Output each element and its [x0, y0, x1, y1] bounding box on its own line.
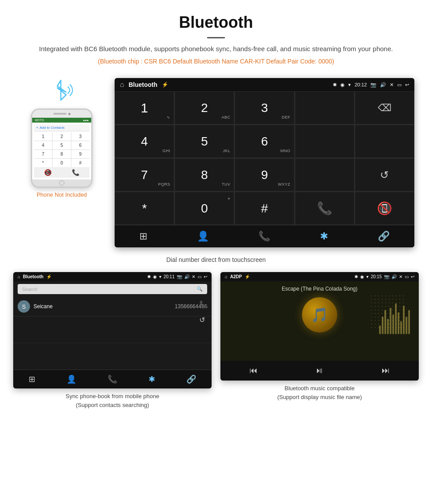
phone-mockup: MOTO ●●● +Add to Contacts 1 2 3 4 5 6 7 …: [31, 108, 93, 188]
phone-key-5: 5: [52, 141, 71, 149]
pb-nav-phone-icon[interactable]: 📞: [108, 374, 117, 384]
music-rect-icon: ▭: [405, 274, 409, 279]
phone-dialpad: 1 2 3 4 5 6 7 8 9 * 0 #: [34, 132, 89, 167]
dial-key-1[interactable]: 1∿: [115, 91, 174, 124]
pb-contact-name: Seicane: [34, 303, 175, 310]
pb-call-icon[interactable]: 📞: [199, 300, 208, 309]
screen-status-bar: ⌂ Bluetooth ⚡ ✱ ◉ ▾ 20:12 📷 🔊 ✕ ▭ ↩: [115, 78, 414, 91]
dial-empty-4: [295, 158, 354, 191]
music-next-icon[interactable]: ⏭: [382, 366, 390, 375]
music-loc-icon: ◉: [360, 274, 364, 279]
dial-key-7[interactable]: 7PQRS: [115, 158, 174, 191]
dial-key-0[interactable]: 0+: [175, 192, 234, 225]
camera-icon: 📷: [370, 82, 376, 88]
page-header: Bluetooth Integrated with BC6 Bluetooth …: [0, 0, 432, 69]
phone-key-7: 7: [34, 150, 52, 158]
pb-cam-icon: 📷: [177, 274, 182, 279]
pb-loc-icon: ◉: [153, 274, 157, 279]
page-title: Bluetooth: [9, 13, 423, 32]
music-panel: ⌂ A2DP ⚡ ✱ ◉ ▾ 20:15 📷 🔊 ✕ ▭ ↩: [220, 272, 419, 409]
redial-button[interactable]: ↺: [355, 158, 414, 191]
phone-status-bar: MOTO ●●●: [32, 118, 91, 123]
dial-key-star[interactable]: *: [115, 192, 174, 225]
eq-bar-11: [406, 317, 407, 334]
screen-time: 20:12: [354, 82, 367, 87]
phone-key-star: *: [34, 159, 52, 167]
pb-status-left: ⌂ Bluetooth ⚡: [18, 274, 52, 279]
pb-contact-avatar: S: [18, 300, 30, 313]
phone-key-8: 8: [52, 150, 71, 158]
dial-empty-2: [295, 125, 354, 158]
dial-key-2[interactable]: 2ABC: [175, 91, 234, 124]
screen-bt-title: Bluetooth: [129, 81, 157, 88]
phone-hangup-btn: 📵: [44, 169, 52, 176]
pb-search-icon: 🔍: [197, 286, 203, 292]
pb-title: Bluetooth: [23, 274, 44, 279]
redial-icon: ↺: [380, 169, 389, 181]
call-button[interactable]: 📞: [295, 192, 354, 225]
dial-key-hash[interactable]: #: [235, 192, 294, 225]
phonebook-panel: ⌂ Bluetooth ⚡ ✱ ◉ ▾ 20:11 📷 🔊 ✕ ▭ ↩: [13, 272, 212, 409]
dial-key-5[interactable]: 5JKL: [175, 125, 234, 158]
pb-nav-link-icon[interactable]: 🔗: [186, 374, 196, 384]
pb-search-box[interactable]: Search 🔍: [18, 284, 207, 294]
backspace-button[interactable]: ⌫: [355, 91, 414, 124]
music-screen: ⌂ A2DP ⚡ ✱ ◉ ▾ 20:15 📷 🔊 ✕ ▭ ↩: [220, 272, 419, 381]
home-icon: ⌂: [120, 81, 124, 89]
phone-camera: [68, 113, 71, 115]
dial-key-3[interactable]: 3DEF: [235, 91, 294, 124]
phone-key-3: 3: [71, 132, 89, 141]
screen-status-right: ✱ ◉ ▾ 20:12 📷 🔊 ✕ ▭ ↩: [333, 82, 409, 88]
call-green-icon: 📞: [317, 201, 332, 216]
nav-link-icon[interactable]: 🔗: [378, 231, 390, 242]
music-prev-icon[interactable]: ⏮: [250, 366, 257, 375]
pb-usb-icon: ⚡: [46, 274, 52, 279]
eq-bar-12: [408, 310, 410, 334]
pb-nav-bt-icon[interactable]: ✱: [149, 374, 155, 384]
header-specs: (Bluetooth chip : CSR BC6 Default Blueto…: [9, 58, 423, 65]
music-controls: ⏮ ⏯ ⏭: [220, 361, 419, 381]
pb-nav-dialpad-icon[interactable]: ⊞: [29, 374, 35, 384]
dial-key-9[interactable]: 9WXYZ: [235, 158, 294, 191]
music-note-icon: 🎵: [311, 306, 328, 323]
dial-key-8[interactable]: 8TUV: [175, 158, 234, 191]
pb-back-icon: ↩: [204, 274, 207, 279]
nav-dialpad-icon[interactable]: ⊞: [139, 231, 147, 242]
bluetooth-screen: ⌂ Bluetooth ⚡ ✱ ◉ ▾ 20:12 📷 🔊 ✕ ▭ ↩: [115, 78, 414, 247]
phone-speaker: [53, 113, 67, 115]
music-play-icon[interactable]: ⏯: [316, 366, 324, 375]
backspace-icon: ⌫: [378, 102, 391, 114]
music-wifi-icon: ▾: [366, 274, 369, 279]
back-icon: ↩: [405, 82, 409, 88]
phone-call-btn: 📞: [72, 169, 79, 176]
nav-bluetooth-icon[interactable]: ✱: [320, 231, 328, 242]
phone-key-4: 4: [34, 141, 52, 149]
pb-time: 20:11: [164, 274, 175, 279]
hangup-button[interactable]: 📵: [355, 192, 414, 225]
music-time: 20:15: [371, 274, 382, 279]
phone-top-bar: [32, 110, 91, 118]
phone-add-contacts: +Add to Contacts: [34, 124, 89, 131]
music-song-title: Escape (The Pina Colada Song): [282, 286, 358, 292]
phone-bottom-bar: 📵 📞: [34, 167, 89, 178]
location-icon: ◉: [340, 82, 345, 88]
bt-icon: ✱: [333, 82, 337, 88]
bluetooth-signal-icon: [48, 78, 75, 104]
pb-nav-contacts-icon[interactable]: 👤: [67, 374, 76, 384]
pb-empty-row-1: [13, 317, 212, 343]
pb-vol-icon: 🔊: [184, 274, 190, 279]
music-x-icon: ✕: [399, 274, 402, 279]
pb-x-icon: ✕: [192, 274, 195, 279]
phone-time: ●●●: [83, 119, 89, 122]
pb-search-placeholder: Search: [22, 287, 37, 292]
dial-empty-1: [295, 91, 354, 124]
dial-key-6[interactable]: 6MNO: [235, 125, 294, 158]
svg-rect-2: [370, 295, 406, 330]
nav-contacts-icon[interactable]: 👤: [197, 231, 209, 242]
music-status-right: ✱ ◉ ▾ 20:15 📷 🔊 ✕ ▭ ↩: [354, 274, 414, 279]
dial-key-4[interactable]: 4GHI: [115, 125, 174, 158]
pb-sync-icon[interactable]: ↺: [199, 316, 208, 324]
music-status-left: ⌂ A2DP ⚡: [225, 274, 250, 279]
nav-phone-icon[interactable]: 📞: [258, 231, 270, 242]
header-divider: [207, 37, 225, 38]
